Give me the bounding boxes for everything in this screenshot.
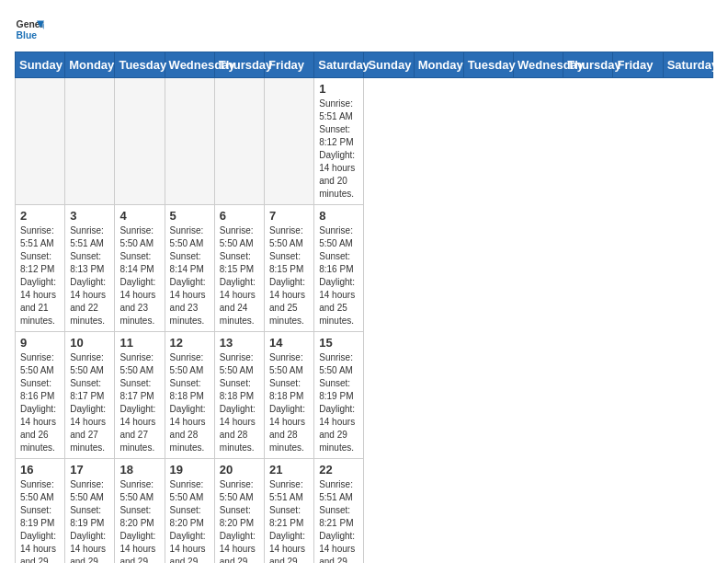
cell-info: Sunrise: 5:50 AM Sunset: 8:14 PM Dayligh… xyxy=(170,224,210,327)
header-saturday: Saturday xyxy=(314,52,364,78)
cell-info: Sunrise: 5:50 AM Sunset: 8:17 PM Dayligh… xyxy=(119,351,159,454)
day-number: 3 xyxy=(70,209,109,223)
cell-info: Sunrise: 5:50 AM Sunset: 8:18 PM Dayligh… xyxy=(220,351,259,454)
calendar-cell: 1Sunrise: 5:51 AM Sunset: 8:12 PM Daylig… xyxy=(314,78,364,205)
calendar-week-row: 16Sunrise: 5:50 AM Sunset: 8:19 PM Dayli… xyxy=(16,459,713,564)
calendar-cell: 9Sunrise: 5:50 AM Sunset: 8:16 PM Daylig… xyxy=(16,332,65,459)
calendar-cell: 7Sunrise: 5:50 AM Sunset: 8:15 PM Daylig… xyxy=(265,205,314,332)
calendar-cell: 5Sunrise: 5:50 AM Sunset: 8:14 PM Daylig… xyxy=(165,205,214,332)
cell-info: Sunrise: 5:51 AM Sunset: 8:21 PM Dayligh… xyxy=(269,478,309,563)
calendar-cell: 12Sunrise: 5:50 AM Sunset: 8:18 PM Dayli… xyxy=(165,332,214,459)
day-number: 15 xyxy=(319,336,358,350)
calendar-cell: 10Sunrise: 5:50 AM Sunset: 8:17 PM Dayli… xyxy=(65,332,115,459)
day-number: 8 xyxy=(319,209,358,223)
calendar-cell xyxy=(214,78,264,205)
calendar-cell: 13Sunrise: 5:50 AM Sunset: 8:18 PM Dayli… xyxy=(214,332,264,459)
header-monday: Monday xyxy=(65,52,115,78)
calendar-cell: 17Sunrise: 5:50 AM Sunset: 8:19 PM Dayli… xyxy=(65,459,115,564)
header-thursday: Thursday xyxy=(214,52,264,78)
header-day-monday: Monday xyxy=(414,52,463,78)
calendar-cell: 8Sunrise: 5:50 AM Sunset: 8:16 PM Daylig… xyxy=(314,205,364,332)
calendar-week-row: 9Sunrise: 5:50 AM Sunset: 8:16 PM Daylig… xyxy=(16,332,713,459)
calendar-table: SundayMondayTuesdayWednesdayThursdayFrid… xyxy=(15,52,713,563)
cell-info: Sunrise: 5:50 AM Sunset: 8:16 PM Dayligh… xyxy=(319,224,358,327)
cell-info: Sunrise: 5:50 AM Sunset: 8:15 PM Dayligh… xyxy=(269,224,309,327)
day-number: 5 xyxy=(170,209,210,223)
calendar-cell: 19Sunrise: 5:50 AM Sunset: 8:20 PM Dayli… xyxy=(165,459,214,564)
calendar-cell: 11Sunrise: 5:50 AM Sunset: 8:17 PM Dayli… xyxy=(115,332,165,459)
header-day-tuesday: Tuesday xyxy=(463,52,513,78)
cell-info: Sunrise: 5:50 AM Sunset: 8:17 PM Dayligh… xyxy=(70,351,109,454)
logo-icon: General Blue xyxy=(15,15,44,44)
day-number: 19 xyxy=(170,463,210,477)
day-number: 13 xyxy=(220,336,259,350)
calendar-cell: 14Sunrise: 5:50 AM Sunset: 8:18 PM Dayli… xyxy=(265,332,314,459)
cell-info: Sunrise: 5:50 AM Sunset: 8:18 PM Dayligh… xyxy=(170,351,210,454)
cell-info: Sunrise: 5:50 AM Sunset: 8:20 PM Dayligh… xyxy=(170,478,210,563)
page-header: General Blue xyxy=(15,15,713,44)
calendar-week-row: 1Sunrise: 5:51 AM Sunset: 8:12 PM Daylig… xyxy=(16,78,713,205)
svg-text:Blue: Blue xyxy=(17,30,38,40)
calendar-cell: 3Sunrise: 5:51 AM Sunset: 8:13 PM Daylig… xyxy=(65,205,115,332)
cell-info: Sunrise: 5:50 AM Sunset: 8:20 PM Dayligh… xyxy=(220,478,259,563)
cell-info: Sunrise: 5:51 AM Sunset: 8:12 PM Dayligh… xyxy=(319,98,358,201)
cell-info: Sunrise: 5:50 AM Sunset: 8:15 PM Dayligh… xyxy=(220,224,259,327)
calendar-cell: 4Sunrise: 5:50 AM Sunset: 8:14 PM Daylig… xyxy=(115,205,165,332)
day-number: 18 xyxy=(119,463,159,477)
cell-info: Sunrise: 5:50 AM Sunset: 8:18 PM Dayligh… xyxy=(269,351,309,454)
day-number: 20 xyxy=(220,463,259,477)
day-number: 2 xyxy=(20,209,60,223)
header-day-sunday: Sunday xyxy=(364,52,414,78)
header-sunday: Sunday xyxy=(16,52,65,78)
calendar-cell: 2Sunrise: 5:51 AM Sunset: 8:12 PM Daylig… xyxy=(16,205,65,332)
header-day-wednesday: Wednesday xyxy=(514,52,563,78)
day-number: 11 xyxy=(119,336,159,350)
calendar-cell xyxy=(265,78,314,205)
cell-info: Sunrise: 5:50 AM Sunset: 8:19 PM Dayligh… xyxy=(70,478,109,563)
calendar-week-row: 2Sunrise: 5:51 AM Sunset: 8:12 PM Daylig… xyxy=(16,205,713,332)
day-number: 4 xyxy=(119,209,159,223)
header-day-saturday: Saturday xyxy=(663,52,712,78)
day-number: 22 xyxy=(319,463,358,477)
calendar-cell xyxy=(65,78,115,205)
day-number: 14 xyxy=(269,336,309,350)
calendar-header-row: SundayMondayTuesdayWednesdayThursdayFrid… xyxy=(16,52,713,78)
logo: General Blue xyxy=(15,15,44,44)
header-day-thursday: Thursday xyxy=(563,52,613,78)
calendar-cell xyxy=(16,78,65,205)
calendar-cell xyxy=(115,78,165,205)
day-number: 7 xyxy=(269,209,309,223)
day-number: 6 xyxy=(220,209,259,223)
calendar-cell: 6Sunrise: 5:50 AM Sunset: 8:15 PM Daylig… xyxy=(214,205,264,332)
day-number: 9 xyxy=(20,336,60,350)
header-day-friday: Friday xyxy=(613,52,663,78)
cell-info: Sunrise: 5:51 AM Sunset: 8:12 PM Dayligh… xyxy=(20,224,60,327)
cell-info: Sunrise: 5:50 AM Sunset: 8:20 PM Dayligh… xyxy=(119,478,159,563)
calendar-cell: 15Sunrise: 5:50 AM Sunset: 8:19 PM Dayli… xyxy=(314,332,364,459)
header-wednesday: Wednesday xyxy=(165,52,214,78)
day-number: 21 xyxy=(269,463,309,477)
day-number: 1 xyxy=(319,82,358,96)
calendar-cell: 20Sunrise: 5:50 AM Sunset: 8:20 PM Dayli… xyxy=(214,459,264,564)
calendar-cell: 21Sunrise: 5:51 AM Sunset: 8:21 PM Dayli… xyxy=(265,459,314,564)
cell-info: Sunrise: 5:51 AM Sunset: 8:13 PM Dayligh… xyxy=(70,224,109,327)
day-number: 12 xyxy=(170,336,210,350)
day-number: 17 xyxy=(70,463,109,477)
cell-info: Sunrise: 5:50 AM Sunset: 8:19 PM Dayligh… xyxy=(319,351,358,454)
calendar-cell: 22Sunrise: 5:51 AM Sunset: 8:21 PM Dayli… xyxy=(314,459,364,564)
day-number: 16 xyxy=(20,463,60,477)
cell-info: Sunrise: 5:51 AM Sunset: 8:21 PM Dayligh… xyxy=(319,478,358,563)
cell-info: Sunrise: 5:50 AM Sunset: 8:14 PM Dayligh… xyxy=(119,224,159,327)
calendar-cell: 16Sunrise: 5:50 AM Sunset: 8:19 PM Dayli… xyxy=(16,459,65,564)
calendar-cell: 18Sunrise: 5:50 AM Sunset: 8:20 PM Dayli… xyxy=(115,459,165,564)
calendar-cell xyxy=(165,78,214,205)
cell-info: Sunrise: 5:50 AM Sunset: 8:16 PM Dayligh… xyxy=(20,351,60,454)
day-number: 10 xyxy=(70,336,109,350)
header-friday: Friday xyxy=(265,52,314,78)
cell-info: Sunrise: 5:50 AM Sunset: 8:19 PM Dayligh… xyxy=(20,478,60,563)
header-tuesday: Tuesday xyxy=(115,52,165,78)
